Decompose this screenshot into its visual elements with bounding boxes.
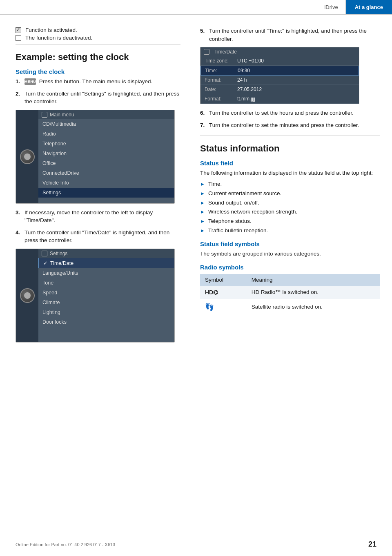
td-date-label: Date: bbox=[205, 87, 237, 92]
deactivated-label: The function is deactivated. bbox=[25, 35, 92, 41]
footer-edition-text: Online Edition for Part no. 01 40 2 926 … bbox=[16, 542, 115, 547]
radio-table-header-meaning: Meaning bbox=[247, 274, 380, 286]
step-1-text: MENU Press the button. The main menu is … bbox=[24, 78, 180, 86]
page-footer: Online Edition for Part no. 01 40 2 926 … bbox=[0, 540, 392, 549]
bullet-traffic-text: Traffic bulletin reception. bbox=[208, 227, 268, 235]
bullet-time-text: Time. bbox=[208, 180, 222, 188]
radio-symbols-title: Radio symbols bbox=[200, 264, 380, 271]
radio-table-row-1: HD⌬ HD Radio™ is switched on. bbox=[200, 286, 380, 299]
settings-item-climate: Climate bbox=[38, 298, 174, 307]
activated-marker: Function is activated. bbox=[16, 27, 180, 33]
bullet-arrow-5: ► bbox=[200, 218, 205, 225]
status-bullets-list: ► Time. ► Current entertainment source. … bbox=[200, 180, 380, 235]
bullet-time: ► Time. bbox=[200, 180, 380, 188]
knob-inner bbox=[24, 153, 31, 160]
step-1: 1. MENU Press the button. The main menu … bbox=[16, 78, 180, 86]
step-7-num: 7. bbox=[200, 121, 209, 129]
settings-item-timedate: ✓Time/Date bbox=[38, 258, 174, 268]
settings-item-language: Language/Units bbox=[38, 268, 174, 278]
step-2-num: 2. bbox=[16, 90, 24, 106]
bullet-arrow-6: ► bbox=[200, 227, 205, 234]
mm-title-icon bbox=[42, 112, 47, 118]
mm-item-telephone: Telephone bbox=[38, 139, 174, 149]
td-time-label: Time: bbox=[205, 68, 238, 73]
step-2: 2. Turn the controller until "Settings" … bbox=[16, 90, 180, 106]
settings-item-speed: Speed bbox=[38, 288, 174, 298]
td-date: Date: 27.05.2012 bbox=[200, 85, 359, 94]
settings-right-panel: Settings ✓Time/Date Language/Units Tone … bbox=[38, 249, 174, 342]
meaning-satellite: Satellite radio is switched on. bbox=[247, 299, 380, 315]
step-3-text: If necessary, move the controller to the… bbox=[24, 209, 180, 225]
checked-box-icon bbox=[16, 27, 21, 33]
td-format2-value: tt.mm.jjjj bbox=[237, 96, 355, 102]
page-content: Function is activated. The function is d… bbox=[0, 15, 392, 347]
step-7-text: Turn the controller to set the minutes a… bbox=[209, 121, 380, 129]
td-format1-value: 24 h bbox=[237, 77, 355, 83]
mm-item-connecteddrive: ConnectedDrive bbox=[38, 168, 174, 178]
bullet-wireless-text: Wireless network reception strength. bbox=[208, 208, 297, 216]
right-column: 5. Turn the controller until "Time:" is … bbox=[192, 27, 392, 347]
mm-item-vehicleinfo: Vehicle Info bbox=[38, 178, 174, 188]
ataglance-tab[interactable]: At a glance bbox=[346, 0, 392, 14]
bullet-sound-text: Sound output, on/off. bbox=[208, 199, 259, 207]
bullet-traffic: ► Traffic bulletin reception. bbox=[200, 227, 380, 235]
bullet-telephone-text: Telephone status. bbox=[208, 218, 252, 225]
radio-table-header-symbol: Symbol bbox=[200, 274, 247, 286]
mm-title-bar: Main menu bbox=[38, 110, 174, 119]
symbol-hd: HD⌬ bbox=[200, 286, 247, 299]
status-section-title: Status information bbox=[200, 143, 380, 154]
step-6: 6. Turn the controller to set the hours … bbox=[200, 109, 380, 117]
example-section-title: Example: setting the clock bbox=[16, 52, 180, 62]
bullet-sound: ► Sound output, on/off. bbox=[200, 199, 380, 207]
td-timezone-label: Time zone: bbox=[205, 58, 237, 64]
mm-item-radio: Radio bbox=[38, 129, 174, 139]
bullet-telephone: ► Telephone status. bbox=[200, 218, 380, 225]
radio-table-row-2: 👣 Satellite radio is switched on. bbox=[200, 299, 380, 315]
radio-table-header-row: Symbol Meaning bbox=[200, 274, 380, 286]
menu-button-icon: MENU bbox=[24, 78, 36, 85]
settings-title-bar: Settings bbox=[38, 249, 174, 258]
mm-item-settings: Settings bbox=[38, 188, 174, 198]
empty-box-icon bbox=[16, 35, 21, 41]
radio-symbols-table: Symbol Meaning HD⌬ HD Radio™ is switched… bbox=[200, 274, 380, 315]
step-1-num: 1. bbox=[16, 78, 24, 86]
bullet-entertainment-text: Current entertainment source. bbox=[208, 190, 281, 198]
bullet-arrow-1: ► bbox=[200, 181, 205, 188]
step-4-text: Turn the controller until "Time/Date" is… bbox=[24, 229, 180, 245]
step-6-text: Turn the controller to set the hours and… bbox=[209, 109, 380, 117]
symbol-satellite: 👣 bbox=[200, 299, 247, 315]
status-field-symbols-desc: The symbols are grouped into various cat… bbox=[200, 250, 380, 258]
td-time: Time: 09:30 bbox=[200, 66, 359, 76]
mm-right-panel: Main menu CD/Multimedia Radio Telephone … bbox=[38, 110, 174, 203]
td-date-value: 27.05.2012 bbox=[237, 87, 355, 92]
page-header: iDrive At a glance bbox=[0, 0, 392, 15]
settings-item-lighting: Lighting bbox=[38, 307, 174, 317]
settings-title-icon bbox=[42, 251, 47, 256]
td-format2: Format: tt.mm.jjjj bbox=[200, 94, 359, 104]
mm-item-navigation: Navigation bbox=[38, 149, 174, 158]
td-timezone: Time zone: UTC +01:00 bbox=[200, 56, 359, 66]
settings-knob-inner bbox=[24, 292, 31, 299]
bullet-arrow-4: ► bbox=[200, 209, 205, 216]
timedate-icon bbox=[204, 49, 209, 55]
step-5: 5. Turn the controller until "Time:" is … bbox=[200, 27, 380, 43]
step-4: 4. Turn the controller until "Time/Date"… bbox=[16, 229, 180, 245]
mm-item-cdmultimedia: CD/Multimedia bbox=[38, 119, 174, 129]
step-5-text: Turn the controller until "Time:" is hig… bbox=[209, 27, 380, 43]
step-3-num: 3. bbox=[16, 209, 24, 225]
meaning-hd: HD Radio™ is switched on. bbox=[247, 286, 380, 299]
activated-label: Function is activated. bbox=[25, 27, 77, 33]
settings-title: Settings bbox=[50, 251, 67, 256]
td-format1-label: Format: bbox=[205, 77, 237, 83]
mm-left-panel bbox=[16, 110, 38, 203]
deactivated-marker: The function is deactivated. bbox=[16, 35, 180, 41]
step-6-num: 6. bbox=[200, 109, 209, 117]
td-time-value: 09:30 bbox=[238, 68, 354, 73]
settings-knob bbox=[20, 288, 35, 303]
idrive-tab[interactable]: iDrive bbox=[317, 0, 345, 14]
mm-item-office: Office bbox=[38, 158, 174, 168]
status-field-title: Status field bbox=[200, 160, 380, 167]
status-field-description: The following information is displayed i… bbox=[200, 169, 380, 177]
ataglance-label: At a glance bbox=[355, 4, 383, 10]
step-5-num: 5. bbox=[200, 27, 209, 43]
